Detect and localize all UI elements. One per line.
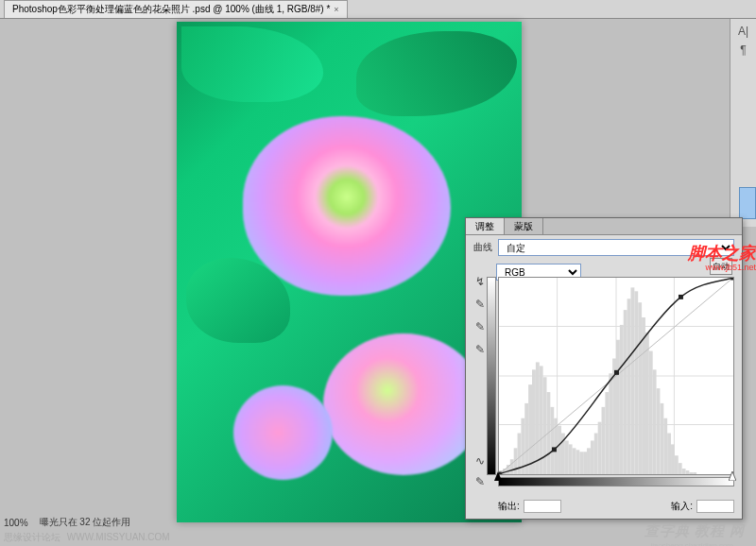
- right-sidebar: A| ¶: [730, 19, 756, 227]
- svg-rect-55: [679, 463, 682, 474]
- svg-rect-39: [620, 325, 624, 474]
- auto-button[interactable]: 自动: [710, 258, 732, 275]
- svg-rect-31: [591, 440, 594, 474]
- image-content: [243, 116, 451, 296]
- svg-rect-24: [565, 440, 569, 474]
- svg-rect-54: [675, 455, 679, 474]
- svg-rect-48: [653, 369, 657, 474]
- zoom-level[interactable]: 100%: [4, 518, 28, 528]
- svg-rect-16: [536, 362, 540, 474]
- svg-rect-73: [614, 370, 619, 375]
- svg-rect-38: [616, 340, 620, 474]
- output-row: 输出: 输入:: [498, 500, 734, 513]
- input-label: 输入:: [671, 500, 693, 513]
- tab-adjustments[interactable]: 调整: [466, 218, 505, 234]
- preset-row: 曲线 自定: [466, 235, 742, 260]
- panel-tabs: 调整 蒙版: [466, 218, 742, 235]
- adjustments-panel: 调整 蒙版 曲线 自定 RGB 自动 ↯ ✎ ✎ ✎ ∿ ✎: [465, 217, 743, 520]
- svg-rect-34: [602, 407, 606, 474]
- input-input[interactable]: [696, 500, 734, 513]
- image-content: [356, 31, 517, 116]
- svg-rect-51: [663, 418, 667, 474]
- output-label: 输出:: [498, 500, 520, 513]
- document-title: Photoshop色彩平衡处理偏蓝色的花朵照片 .psd @ 100% (曲线 …: [12, 3, 330, 16]
- svg-rect-28: [579, 452, 583, 474]
- adjustment-type-label: 曲线: [473, 241, 492, 254]
- svg-rect-27: [576, 450, 579, 474]
- document-tab[interactable]: Photoshop色彩平衡处理偏蓝色的花朵照片 .psd @ 100% (曲线 …: [4, 0, 348, 18]
- svg-rect-20: [550, 407, 554, 474]
- svg-rect-50: [660, 403, 663, 474]
- black-point-slider[interactable]: [494, 471, 502, 481]
- image-content: [323, 333, 484, 475]
- input-gradient: [498, 477, 734, 486]
- svg-rect-57: [686, 470, 690, 474]
- svg-rect-29: [583, 452, 587, 474]
- svg-rect-18: [543, 377, 547, 474]
- footer-text: 思缘设计论坛 WWW.MISSYUAN.COM: [4, 531, 170, 544]
- svg-marker-76: [494, 471, 502, 481]
- curve-svg: [499, 278, 733, 474]
- image-content: [233, 385, 333, 480]
- output-input[interactable]: [524, 500, 561, 513]
- svg-rect-42: [630, 287, 634, 474]
- svg-rect-14: [528, 384, 532, 474]
- svg-rect-59: [693, 472, 696, 474]
- svg-rect-53: [671, 444, 675, 474]
- white-point-slider[interactable]: [729, 471, 736, 481]
- svg-rect-41: [627, 299, 631, 474]
- svg-rect-36: [609, 373, 612, 474]
- svg-rect-26: [573, 448, 576, 474]
- svg-rect-40: [624, 310, 627, 474]
- svg-rect-52: [667, 434, 671, 474]
- curve-graph[interactable]: [498, 277, 734, 475]
- close-icon[interactable]: ×: [334, 5, 338, 14]
- svg-rect-47: [649, 351, 653, 474]
- svg-marker-77: [729, 471, 736, 481]
- svg-rect-75: [730, 278, 733, 280]
- status-bar: 100% 曝光只在 32 位起作用: [4, 516, 130, 529]
- svg-rect-15: [532, 369, 536, 474]
- svg-rect-44: [638, 302, 642, 474]
- svg-rect-9: [510, 459, 514, 474]
- output-gradient: [487, 277, 496, 475]
- output-field: 输出:: [498, 500, 561, 513]
- curve-pencil-icon[interactable]: ✎: [472, 475, 489, 490]
- document-tab-bar: Photoshop色彩平衡处理偏蓝色的花朵照片 .psd @ 100% (曲线 …: [0, 0, 756, 19]
- preset-select[interactable]: 自定: [498, 239, 734, 256]
- panel-highlight[interactable]: [739, 187, 756, 219]
- tab-masks[interactable]: 蒙版: [505, 218, 543, 234]
- paragraph-panel-icon[interactable]: ¶: [734, 43, 753, 59]
- svg-rect-58: [689, 472, 693, 474]
- character-panel-icon[interactable]: A|: [734, 25, 753, 40]
- svg-rect-32: [594, 434, 598, 474]
- svg-rect-74: [679, 295, 683, 299]
- svg-rect-43: [634, 291, 638, 474]
- svg-rect-30: [587, 448, 591, 474]
- svg-rect-46: [645, 333, 649, 474]
- svg-rect-56: [682, 469, 686, 474]
- svg-rect-25: [569, 444, 573, 474]
- svg-rect-49: [657, 388, 661, 474]
- svg-rect-72: [552, 447, 557, 452]
- doc-info: 曝光只在 32 位起作用: [40, 516, 131, 529]
- input-field: 输入:: [671, 500, 734, 513]
- svg-rect-13: [524, 403, 528, 474]
- svg-rect-35: [605, 392, 609, 474]
- svg-rect-33: [598, 422, 602, 474]
- image-content: [181, 26, 323, 102]
- svg-rect-22: [558, 426, 561, 474]
